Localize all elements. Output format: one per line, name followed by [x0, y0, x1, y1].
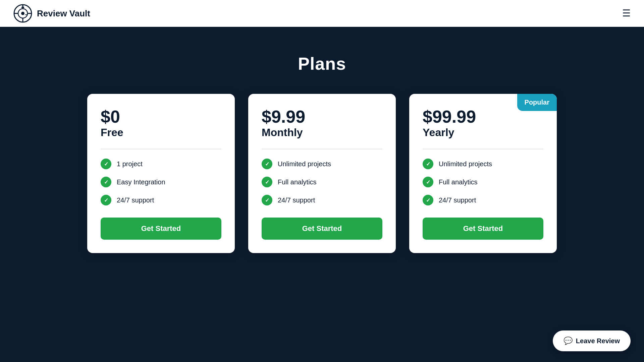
- list-item: Full analytics: [423, 177, 543, 187]
- plan-card-free: $0 Free 1 project Easy Integration 24/7 …: [87, 94, 235, 253]
- plan-price-monthly: $9.99: [262, 107, 382, 126]
- plans-grid: $0 Free 1 project Easy Integration 24/7 …: [87, 94, 557, 253]
- leave-review-button[interactable]: 💬 Leave Review: [553, 330, 631, 351]
- check-icon: [101, 159, 111, 169]
- feature-label: Unlimited projects: [278, 160, 331, 168]
- plan-features-yearly: Unlimited projects Full analytics 24/7 s…: [423, 159, 543, 205]
- list-item: 24/7 support: [423, 195, 543, 205]
- plan-divider-yearly: [423, 149, 543, 149]
- plan-name-yearly: Yearly: [423, 126, 543, 139]
- check-icon: [101, 195, 111, 205]
- feature-label: Full analytics: [278, 178, 317, 186]
- svg-rect-7: [21, 7, 24, 8]
- list-item: 1 project: [101, 159, 221, 169]
- plan-card-monthly: $9.99 Monthly Unlimited projects Full an…: [248, 94, 396, 253]
- leave-review-label: Leave Review: [576, 337, 620, 345]
- get-started-button-free[interactable]: Get Started: [101, 218, 221, 240]
- hamburger-icon[interactable]: ☰: [622, 9, 631, 18]
- chat-icon: 💬: [564, 337, 573, 345]
- svg-point-2: [21, 12, 24, 15]
- plan-card-yearly: Popular $99.99 Yearly Unlimited projects…: [409, 94, 557, 253]
- check-icon: [423, 159, 433, 169]
- check-icon: [262, 159, 272, 169]
- check-icon: [262, 177, 272, 187]
- header: Review Vault ☰: [0, 0, 644, 27]
- plan-features-monthly: Unlimited projects Full analytics 24/7 s…: [262, 159, 382, 205]
- feature-label: 24/7 support: [117, 196, 154, 204]
- feature-label: Unlimited projects: [439, 160, 492, 168]
- page-title: Plans: [298, 54, 346, 74]
- list-item: Easy Integration: [101, 177, 221, 187]
- plan-price-free: $0: [101, 107, 221, 126]
- plan-features-free: 1 project Easy Integration 24/7 support: [101, 159, 221, 205]
- list-item: 24/7 support: [262, 195, 382, 205]
- list-item: Unlimited projects: [262, 159, 382, 169]
- feature-label: Full analytics: [439, 178, 478, 186]
- list-item: Full analytics: [262, 177, 382, 187]
- plan-name-free: Free: [101, 126, 221, 139]
- feature-label: Easy Integration: [117, 178, 165, 186]
- feature-label: 24/7 support: [278, 196, 315, 204]
- plan-name-monthly: Monthly: [262, 126, 382, 139]
- plan-divider-monthly: [262, 149, 382, 149]
- get-started-button-yearly[interactable]: Get Started: [423, 218, 543, 240]
- logo-text: Review Vault: [37, 8, 90, 19]
- feature-label: 24/7 support: [439, 196, 476, 204]
- main-content: Plans $0 Free 1 project Easy Integration…: [0, 27, 644, 253]
- plan-divider-free: [101, 149, 221, 149]
- check-icon: [423, 195, 433, 205]
- logo-icon: [13, 4, 32, 23]
- check-icon: [423, 177, 433, 187]
- popular-badge: Popular: [517, 94, 557, 111]
- get-started-button-monthly[interactable]: Get Started: [262, 218, 382, 240]
- check-icon: [101, 177, 111, 187]
- list-item: 24/7 support: [101, 195, 221, 205]
- feature-label: 1 project: [117, 160, 143, 168]
- check-icon: [262, 195, 272, 205]
- list-item: Unlimited projects: [423, 159, 543, 169]
- logo-area: Review Vault: [13, 4, 90, 23]
